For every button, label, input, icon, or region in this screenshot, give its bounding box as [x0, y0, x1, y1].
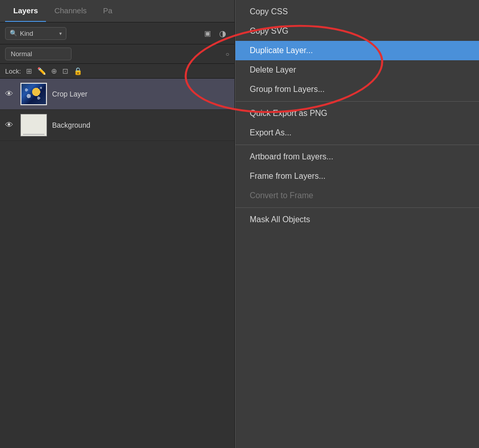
menu-item-duplicate-layer[interactable]: Duplicate Layer...	[235, 41, 479, 60]
menu-item-delete-layer[interactable]: Delete Layer	[235, 60, 479, 80]
menu-item-frame-from-layers[interactable]: Frame from Layers...	[235, 167, 479, 186]
menu-item-copy-svg[interactable]: Copy SVG	[235, 21, 479, 41]
filter-icons: ▣ ◑	[201, 27, 229, 40]
menu-item-copy-css[interactable]: Copy CSS	[235, 2, 479, 21]
menu-item-convert-to-frame: Convert to Frame	[235, 186, 479, 205]
menu-separator-2	[235, 145, 479, 145]
filter-row: 🔍 Kind ▾ ▣ ◑	[0, 22, 234, 44]
layer-thumbnail-crop	[20, 83, 47, 105]
layer-item-crop[interactable]: 👁 Crop Layer	[0, 79, 234, 110]
kind-filter-dropdown[interactable]: 🔍 Kind ▾	[5, 27, 66, 40]
menu-separator-1	[235, 101, 479, 102]
tab-channels[interactable]: Channels	[46, 0, 94, 22]
chevron-down-icon: ▾	[59, 31, 62, 36]
context-menu: Copy CSS Copy SVG Duplicate Layer... Del…	[235, 0, 479, 448]
visibility-icon-crop[interactable]: 👁	[5, 89, 15, 99]
layer-item-background[interactable]: 👁 Background	[0, 110, 234, 141]
opacity-label: ○	[226, 51, 229, 58]
menu-item-artboard-from-layers[interactable]: Artboard from Layers...	[235, 147, 479, 167]
tab-paths[interactable]: Pa	[95, 0, 121, 22]
search-icon: 🔍	[10, 30, 17, 37]
blend-mode-dropdown[interactable]: Normal	[5, 48, 71, 60]
move-lock-icon[interactable]: ⊕	[51, 67, 57, 75]
blend-mode-row: Normal ○	[0, 44, 234, 64]
transform-lock-icon[interactable]: ⊡	[62, 67, 68, 75]
tab-layers[interactable]: Layers	[5, 0, 46, 22]
menu-item-mask-all-objects[interactable]: Mask All Objects	[235, 210, 479, 229]
lock-icons: ⊞ ✏️ ⊕ ⊡ 🔒	[26, 67, 82, 75]
menu-separator-3	[235, 207, 479, 208]
menu-item-quick-export[interactable]: Quick Export as PNG	[235, 104, 479, 123]
layer-name-bg: Background	[52, 121, 90, 129]
visibility-icon-bg[interactable]: 👁	[5, 121, 15, 130]
pixel-filter-icon[interactable]: ▣	[201, 27, 214, 40]
brush-lock-icon[interactable]: ✏️	[37, 67, 46, 75]
layers-panel: Layers Channels Pa 🔍 Kind ▾ ▣ ◑ Normal ○…	[0, 0, 235, 448]
half-circle-filter-icon[interactable]: ◑	[216, 27, 229, 40]
lock-row: Lock: ⊞ ✏️ ⊕ ⊡ 🔒	[0, 64, 234, 79]
menu-item-export-as[interactable]: Export As...	[235, 123, 479, 143]
padlock-icon[interactable]: 🔒	[74, 67, 82, 75]
opacity-section: ○	[226, 51, 229, 58]
layer-name-crop: Crop Layer	[52, 90, 87, 98]
menu-item-group-from-layers[interactable]: Group from Layers...	[235, 80, 479, 99]
panel-tabs: Layers Channels Pa	[0, 0, 234, 22]
lock-label: Lock:	[5, 67, 21, 75]
layer-thumbnail-bg	[20, 114, 47, 136]
checkerboard-lock-icon[interactable]: ⊞	[26, 67, 32, 75]
